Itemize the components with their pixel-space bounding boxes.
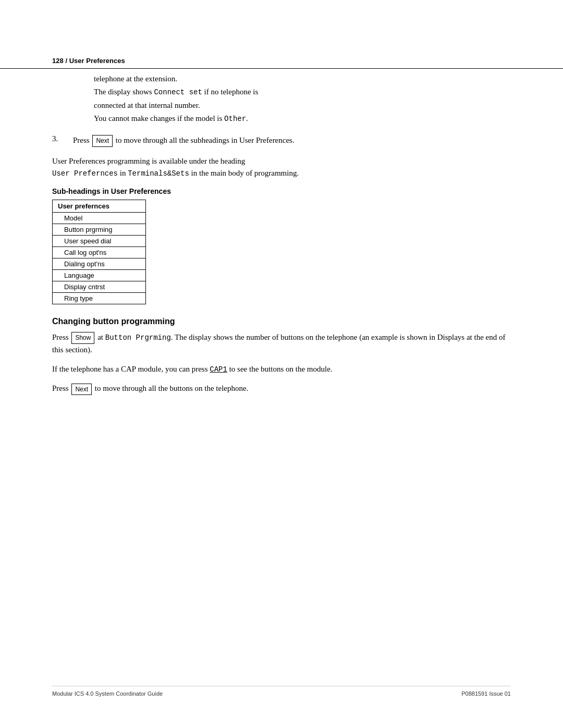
intro-line4: You cannot make changes if the model is … — [94, 113, 511, 125]
table-row: Ring type — [53, 292, 146, 304]
changing-button-para3: Press Next to move through all the butto… — [52, 382, 511, 395]
header-separator: / — [65, 57, 69, 65]
terminals-sets-code: Terminals&Sets — [128, 169, 189, 178]
table-row: Model — [53, 212, 146, 224]
intro-line1: telephone at the extension. — [94, 73, 511, 85]
button-prgrming-code: Button Prgrming — [105, 334, 171, 342]
changing-button-para1: Press Show at Button Prgrming. The displ… — [52, 331, 511, 356]
table-row: Dialing opt'ns — [53, 258, 146, 269]
changing-button-para2: If the telephone has a CAP module, you c… — [52, 363, 511, 376]
changing-button-heading: Changing button programming — [52, 317, 511, 326]
footer-right: P0881591 Issue 01 — [461, 690, 511, 697]
intro-line3: connected at that internal number. — [94, 100, 511, 112]
intro-line2: The display shows Connect set if no tele… — [94, 86, 511, 98]
next-button-step3[interactable]: Next — [92, 135, 113, 147]
intro-block: telephone at the extension. The display … — [94, 73, 511, 125]
show-button[interactable]: Show — [71, 332, 94, 344]
table-row: Display cntrst — [53, 281, 146, 292]
subheadings-title: Sub-headings in User Preferences — [52, 187, 511, 195]
page-number: 128 — [52, 57, 64, 65]
page: 128 / User Preferences telephone at the … — [0, 0, 563, 728]
step-3: 3. Press Next to move through all the su… — [52, 134, 511, 147]
connect-set-code: Connect set — [154, 88, 202, 96]
other-code: Other — [224, 115, 246, 123]
subheadings-section: Sub-headings in User Preferences User pr… — [52, 187, 511, 304]
page-footer: Modular ICS 4.0 System Coordinator Guide… — [52, 686, 511, 697]
cap1-code: CAP1 — [210, 365, 227, 374]
user-prefernces-code: User Prefernces — [52, 169, 118, 178]
table-row: Call log opt'ns — [53, 246, 146, 258]
table-row: Button prgrming — [53, 224, 146, 235]
step-3-number: 3. — [52, 134, 73, 147]
next-button-changing[interactable]: Next — [71, 384, 92, 396]
user-preferences-table: User prefernces Model Button prgrming Us… — [52, 200, 146, 304]
table-row: User speed dial — [53, 235, 146, 246]
footer-left: Modular ICS 4.0 System Coordinator Guide — [52, 690, 163, 697]
body-paragraph: User Preferences programming is availabl… — [52, 155, 511, 180]
step-3-content: Press Next to move through all the subhe… — [73, 134, 511, 147]
header-section: User Preferences — [69, 57, 125, 65]
table-header: User prefernces — [53, 200, 146, 212]
main-content: telephone at the extension. The display … — [52, 73, 511, 402]
page-header: 128 / User Preferences — [0, 56, 563, 69]
table-row: Language — [53, 269, 146, 281]
